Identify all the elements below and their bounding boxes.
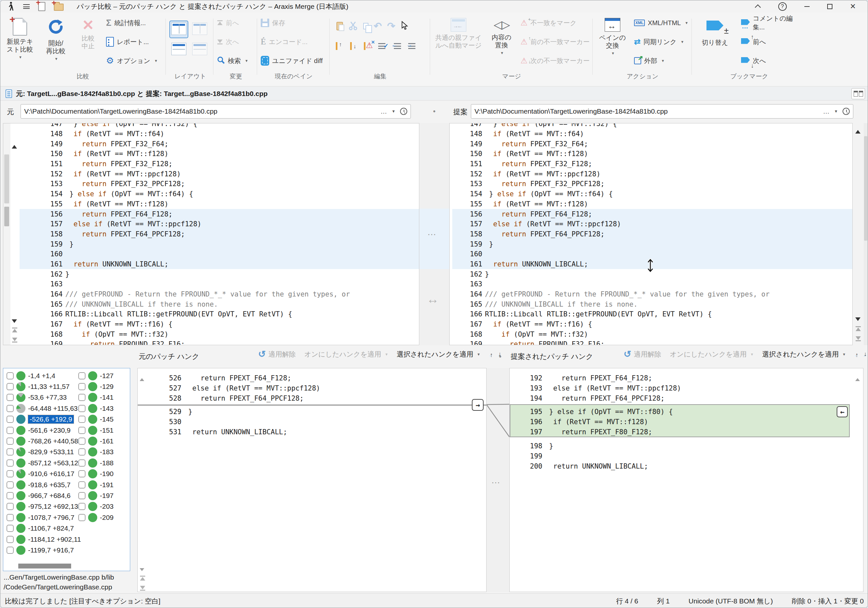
help-icon[interactable]: ? (778, 2, 787, 11)
move-line-down-icon[interactable]: ↓ (349, 42, 359, 51)
pane-layout-button[interactable] (851, 88, 865, 99)
scrollbar-thumb[interactable] (4, 207, 9, 226)
browse-icon[interactable]: … (380, 108, 387, 115)
hunk-checkbox[interactable] (78, 372, 85, 379)
last-diff-marker-icon[interactable] (855, 336, 861, 342)
hunk-checkbox[interactable] (78, 503, 85, 510)
external-button[interactable]: 外部▼ (634, 55, 665, 66)
hunk-item[interactable]: -203 (78, 501, 113, 512)
swap-panes-button[interactable]: ペインの 交換▼ (596, 18, 629, 56)
hunk-label[interactable]: -145 (100, 415, 113, 423)
hunk-checkbox[interactable] (6, 405, 14, 412)
diff-up-marker-icon[interactable] (855, 129, 860, 135)
browse-icon[interactable]: … (823, 108, 829, 115)
left-file-path-input[interactable]: V:\Patch\Documentation\TargetLoweringBas… (20, 104, 411, 118)
hunk-label[interactable]: -209 (100, 514, 113, 521)
link-swap-icon[interactable]: ↔ (426, 292, 439, 306)
hunk-item[interactable]: -561,6 +230,9 (6, 425, 81, 435)
hunk-item[interactable]: -64,448 +115,63 (6, 403, 81, 414)
hunk-item[interactable]: -127 (78, 370, 113, 381)
hunk-checkbox[interactable] (78, 416, 85, 423)
hunk-label[interactable]: -1,4 +1,4 (28, 372, 55, 380)
close-icon[interactable]: ✕ (850, 3, 856, 10)
first-diff-marker-icon[interactable] (855, 326, 861, 333)
hunk-label[interactable]: -1106,7 +824,7 (28, 524, 74, 532)
hunk-item[interactable]: -197 (78, 490, 113, 501)
hunk-checkbox[interactable] (6, 481, 14, 488)
history-icon[interactable] (400, 108, 407, 115)
hunk-checkbox[interactable] (6, 503, 14, 510)
unindent-icon[interactable]: ← (392, 42, 402, 51)
hunk-checkbox[interactable] (6, 525, 14, 532)
unified-diff-button[interactable]: ユニファイド diff (261, 55, 323, 66)
left-scrollbar[interactable] (3, 123, 11, 345)
hunk-item[interactable]: -53,6 +77,33 (6, 392, 81, 403)
hunk-checkbox[interactable] (6, 459, 14, 466)
hunk-checkbox[interactable] (6, 536, 14, 543)
history-icon[interactable] (843, 108, 850, 115)
hunk-checkbox[interactable] (6, 492, 14, 499)
new-folder-icon[interactable] (54, 3, 64, 11)
hunk-checkbox[interactable] (78, 405, 85, 412)
apply-selected-button[interactable]: 選択されたハンクを適用▼ (397, 350, 480, 359)
hunk-label[interactable]: -190 (100, 470, 113, 478)
edit-comment-button[interactable]: … コメントの編集... (741, 17, 803, 28)
hunk-label[interactable]: -526,6 +192,9 (28, 415, 74, 423)
hunk-item[interactable]: -151 (78, 425, 113, 435)
link-ellipsis-icon[interactable]: … (491, 475, 501, 485)
layout-2row-button[interactable] (171, 43, 186, 56)
hunk-item[interactable]: -191 (78, 479, 113, 490)
source-file-pane[interactable]: 147 } else if (OpVT == MVT::f32) {148 if… (3, 123, 419, 345)
new-text-compare-button[interactable]: 新規テキ スト比較▼ (5, 18, 35, 59)
diff-down-marker-icon[interactable] (140, 565, 144, 573)
hunk-checkbox[interactable] (78, 437, 85, 445)
hunk-checkbox[interactable] (6, 448, 14, 456)
hunk-checkbox[interactable] (6, 383, 14, 390)
apply-selected-button[interactable]: 選択されたハンクを適用▼ (762, 350, 846, 359)
first-diff-marker-icon[interactable] (12, 327, 18, 334)
hunk-list[interactable]: -1,4 +1,4-11,33 +11,57-53,6 +77,33-64,44… (3, 368, 130, 571)
proposed-file-pane[interactable]: 147 } else if (OpVT == MVT::f32) {148 if… (450, 123, 852, 345)
bookmark-toggle-button[interactable]: ± 切り替え (695, 18, 735, 47)
hunk-item[interactable]: -910,6 +616,17 (6, 468, 81, 479)
hunk-label[interactable]: -1078,7 +796,7 (28, 514, 74, 521)
hunk-item[interactable]: -143 (78, 403, 113, 414)
document-tab-title[interactable]: 元: TargetL...gBase-1842f4a81b0.cpp と 提案:… (16, 89, 268, 98)
report-button[interactable]: レポート... (106, 36, 149, 47)
menu-icon[interactable] (23, 4, 30, 9)
hunk-item[interactable]: -141 (78, 392, 113, 403)
statistics-button[interactable]: Σ統計情報... (106, 17, 146, 28)
indent-icon[interactable]: → (407, 42, 417, 51)
hunk-label[interactable]: -975,12 +692,13 (28, 502, 78, 510)
new-document-icon[interactable] (38, 2, 45, 11)
hunk-item[interactable]: -11,33 +11,57 (6, 381, 81, 392)
scrollbar-thumb[interactable] (4, 154, 9, 204)
move-line-up-icon[interactable]: ↑ (335, 42, 345, 51)
hunk-label[interactable]: -143 (100, 404, 113, 412)
hunk-item[interactable]: -209 (78, 512, 113, 523)
diff-up-marker-icon[interactable] (855, 375, 860, 383)
hunk-checkbox[interactable] (6, 547, 14, 554)
start-recompare-button[interactable]: 開始/ 再比較▼ (40, 18, 71, 61)
hunk-item[interactable]: -183 (78, 447, 113, 457)
hunk-label[interactable]: -161 (100, 437, 113, 445)
hunk-label[interactable]: -141 (100, 393, 113, 401)
hunk-label[interactable]: -561,6 +230,9 (28, 426, 70, 434)
hunk-item[interactable]: -188 (78, 457, 113, 468)
hunk-label[interactable]: -191 (100, 481, 113, 489)
window-scrollbar[interactable] (864, 123, 868, 345)
prev-bookmark-button[interactable]: ↑ 前へ (741, 36, 766, 47)
hunk-checkbox[interactable] (78, 459, 85, 466)
layout-3row-button[interactable] (192, 43, 207, 56)
replace-content-button[interactable]: ◁▷ 内容の 置換▼ (488, 18, 515, 55)
hunk-checkbox[interactable] (6, 514, 14, 521)
hunk-label[interactable]: -857,12 +563,12 (28, 459, 78, 467)
hunk-label[interactable]: -910,6 +616,17 (28, 470, 74, 478)
hunk-label[interactable]: -203 (100, 502, 113, 510)
hunk-checkbox[interactable] (78, 470, 85, 477)
next-bookmark-button[interactable]: ↓ 次へ (741, 55, 766, 66)
hunk-checkbox[interactable] (6, 437, 14, 445)
hunk-item[interactable]: -145 (78, 414, 113, 425)
pointer-icon[interactable] (400, 21, 408, 31)
options-button[interactable]: ⚙オプション▼ (106, 55, 158, 66)
